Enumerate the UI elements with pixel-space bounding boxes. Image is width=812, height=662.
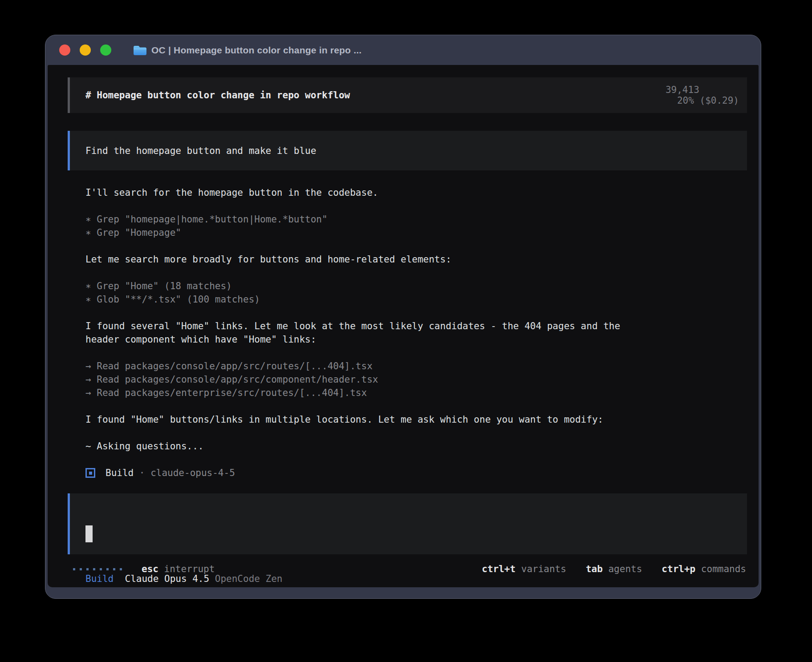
titlebar: OC | Homepage button color change in rep… xyxy=(45,35,761,65)
spinner-dot xyxy=(113,568,115,570)
session-stats: 39,413 20% ($0.29) xyxy=(621,74,739,117)
transcript-line-tool: ∗ Grep "Homepage" xyxy=(85,226,749,239)
status-bar: esc interrupt ctrl+t variantstab agentsc… xyxy=(73,562,746,576)
desktop: { "window": { "title": "OC | Homepage bu… xyxy=(0,0,812,662)
text-cursor xyxy=(85,525,93,542)
spinner-dots xyxy=(73,568,122,570)
prompt-input[interactable]: Build Claude Opus 4.5 OpenCode Zen xyxy=(68,493,747,554)
transcript-line-para: I found "Home" buttons/links in multiple… xyxy=(85,413,749,426)
spinner-dot xyxy=(100,568,102,570)
transcript-line-task: Build · claude-opus-4-5 xyxy=(85,466,749,480)
terminal-content: # Homepage button color change in repo w… xyxy=(48,65,759,587)
transcript-line-tool: ∗ Grep "Home" (18 matches) xyxy=(85,279,749,293)
spinner-dot xyxy=(120,568,122,570)
transcript-line-blank xyxy=(85,400,749,413)
transcript-line-blank xyxy=(85,346,749,359)
transcript-line-para: I found several "Home" links. Let me loo… xyxy=(85,319,749,333)
transcript-line-blank xyxy=(85,266,749,279)
user-message: Find the homepage button and make it blu… xyxy=(68,131,747,170)
transcript-line-para: Let me search more broadly for buttons a… xyxy=(85,253,749,266)
window-title: OC | Homepage button color change in rep… xyxy=(151,45,361,56)
assistant-transcript: I'll search for the homepage button in t… xyxy=(85,186,749,480)
spinner-dot xyxy=(73,568,75,570)
transcript-line-para: header component which have "Home" links… xyxy=(85,333,749,346)
transcript-line-blank xyxy=(85,199,749,213)
hint-variants: ctrl+t variants xyxy=(482,564,566,574)
user-message-text: Find the homepage button and make it blu… xyxy=(85,145,316,156)
hint-interrupt: esc interrupt xyxy=(142,564,215,574)
session-header: # Homepage button color change in repo w… xyxy=(68,77,747,113)
spinner-dot xyxy=(86,568,89,570)
spinner-dot xyxy=(93,568,95,570)
agent-task-icon xyxy=(85,468,95,478)
task-model-name: · claude-opus-4-5 xyxy=(134,466,235,480)
spinner-dot xyxy=(80,568,82,570)
transcript-line-blank xyxy=(85,239,749,253)
close-button[interactable] xyxy=(59,44,70,56)
transcript-line-tool: ∗ Grep "homepage|home.*button|Home.*butt… xyxy=(85,213,749,226)
transcript-line-read: → Read packages/console/app/src/routes/[… xyxy=(85,359,749,373)
hint-agents: tab agents xyxy=(586,564,642,574)
transcript-line-para: ~ Asking questions... xyxy=(85,440,749,453)
hint-commands: ctrl+p commands xyxy=(662,564,746,574)
transcript-line-blank xyxy=(85,426,749,440)
session-title: # Homepage button color change in repo w… xyxy=(85,90,350,101)
transcript-line-blank xyxy=(85,453,749,466)
transcript-line-para: I'll search for the homepage button in t… xyxy=(85,186,749,199)
context-cost: 20% ($0.29) xyxy=(677,95,739,106)
spinner-dot xyxy=(106,568,109,570)
terminal-window: OC | Homepage button color change in rep… xyxy=(45,35,761,599)
status-bar-hints: ctrl+t variantstab agentsctrl+p commands xyxy=(482,564,746,574)
token-count: 39,413 xyxy=(666,85,699,95)
transcript-line-blank xyxy=(85,306,749,319)
transcript-line-tool: ∗ Glob "**/*.tsx" (100 matches) xyxy=(85,293,749,306)
task-agent-name: Build xyxy=(106,466,134,480)
transcript-line-read: → Read packages/enterprise/src/routes/[.… xyxy=(85,386,749,400)
transcript-line-read: → Read packages/console/app/src/componen… xyxy=(85,373,749,386)
minimize-button[interactable] xyxy=(80,44,91,56)
folder-icon xyxy=(133,44,147,56)
zoom-button[interactable] xyxy=(100,44,111,56)
